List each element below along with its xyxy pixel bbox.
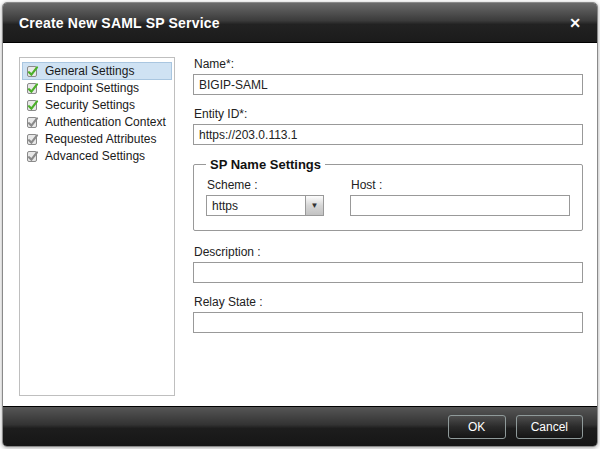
cancel-button[interactable]: Cancel xyxy=(516,415,583,439)
sp-name-settings-group: SP Name Settings Scheme : https ▼ Host : xyxy=(193,157,583,231)
dialog-title: Create New SAML SP Service xyxy=(19,15,220,31)
nav-item-label: Authentication Context xyxy=(45,115,166,129)
settings-nav: General Settings Endpoint Settings Secur… xyxy=(19,57,175,396)
ok-button[interactable]: OK xyxy=(448,415,506,439)
nav-item-requested-attributes[interactable]: Requested Attributes xyxy=(23,131,171,147)
host-label: Host : xyxy=(351,178,570,192)
nav-item-label: Advanced Settings xyxy=(45,149,145,163)
general-settings-panel: Name*: Entity ID*: SP Name Settings Sche… xyxy=(193,57,583,396)
description-input[interactable] xyxy=(193,262,583,283)
edit-check-icon xyxy=(26,98,40,112)
relay-state-input[interactable] xyxy=(193,312,583,333)
dialog-titlebar: Create New SAML SP Service ✕ xyxy=(3,3,597,43)
name-field-row: Name*: xyxy=(193,57,583,95)
close-icon[interactable]: ✕ xyxy=(565,14,585,32)
nav-item-general-settings[interactable]: General Settings xyxy=(23,63,171,79)
edit-check-icon xyxy=(26,64,40,78)
nav-item-label: Security Settings xyxy=(45,98,135,112)
edit-check-icon xyxy=(26,81,40,95)
nav-item-label: Endpoint Settings xyxy=(45,81,139,95)
description-field-row: Description : xyxy=(193,245,583,283)
nav-item-advanced-settings[interactable]: Advanced Settings xyxy=(23,148,171,164)
relay-state-field-row: Relay State : xyxy=(193,295,583,333)
nav-item-authentication-context[interactable]: Authentication Context xyxy=(23,114,171,130)
dialog-footer: OK Cancel xyxy=(3,406,597,446)
scheme-select[interactable]: https ▼ xyxy=(206,195,324,216)
entity-id-input[interactable] xyxy=(193,124,583,145)
scheme-field: Scheme : https ▼ xyxy=(206,178,324,216)
host-field: Host : xyxy=(350,178,570,216)
nav-item-label: General Settings xyxy=(45,64,134,78)
edit-check-icon xyxy=(26,132,40,146)
edit-check-icon xyxy=(26,115,40,129)
host-input[interactable] xyxy=(350,195,570,216)
description-label: Description : xyxy=(194,245,583,259)
sp-name-settings-legend: SP Name Settings xyxy=(206,157,325,172)
nav-item-label: Requested Attributes xyxy=(45,132,156,146)
entity-id-field-row: Entity ID*: xyxy=(193,107,583,145)
chevron-down-icon[interactable]: ▼ xyxy=(305,196,323,215)
create-saml-sp-dialog: Create New SAML SP Service ✕ General Set… xyxy=(2,2,598,447)
name-label: Name*: xyxy=(194,57,583,71)
edit-check-icon xyxy=(26,149,40,163)
scheme-label: Scheme : xyxy=(207,178,324,192)
relay-state-label: Relay State : xyxy=(194,295,583,309)
name-input[interactable] xyxy=(193,74,583,95)
nav-item-endpoint-settings[interactable]: Endpoint Settings xyxy=(23,80,171,96)
scheme-selected-value: https xyxy=(207,196,305,215)
nav-item-security-settings[interactable]: Security Settings xyxy=(23,97,171,113)
entity-id-label: Entity ID*: xyxy=(194,107,583,121)
dialog-body: General Settings Endpoint Settings Secur… xyxy=(3,43,597,406)
